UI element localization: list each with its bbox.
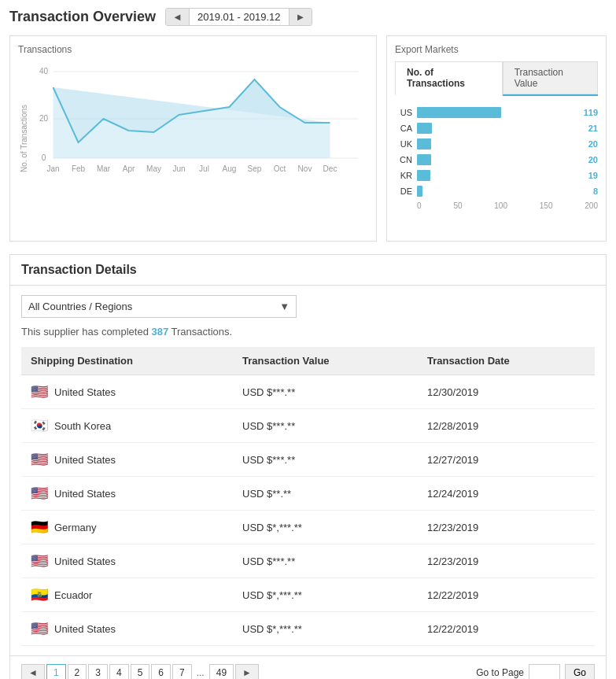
export-bar-chart: US 119 CA 21 UK 20 CN 20 KR — [395, 104, 598, 213]
axis-label: 100 — [494, 201, 507, 210]
transaction-details-section: Transaction Details All Countries / Regi… — [9, 254, 607, 679]
cell-country-4: 🇩🇪 Germany — [21, 511, 233, 544]
page-btn-last[interactable]: 49 — [209, 664, 234, 679]
pagination: ◄ 1 2 3 4 5 6 7 ... 49 ► Go to Page Go — [10, 655, 606, 679]
bar-fill-KR — [417, 170, 430, 181]
col-transaction-value: Transaction Value — [233, 347, 418, 375]
bar-container-DE — [417, 186, 590, 197]
transactions-svg: 40 20 0 No. of Transactions Jan — [18, 60, 368, 233]
cell-date-7: 12/22/2019 — [418, 612, 595, 646]
svg-text:Mar: Mar — [97, 164, 111, 173]
bar-value-KR: 19 — [588, 171, 598, 180]
page-btn-6[interactable]: 6 — [151, 664, 171, 679]
summary-prefix: This supplier has completed — [21, 326, 151, 338]
bar-fill-CA — [417, 123, 432, 134]
country-name-5: United States — [54, 555, 116, 567]
flag-icon-4: 🇩🇪 — [31, 518, 48, 536]
bar-row-CA: CA 21 — [395, 123, 598, 134]
table-body: 🇺🇸 United States USD $***.** 12/30/2019 … — [21, 375, 595, 646]
axis-label: 150 — [540, 201, 553, 210]
bar-container-KR — [417, 170, 585, 181]
table-row: 🇺🇸 United States USD $***.** 12/27/2019 — [21, 443, 595, 477]
ellipsis: ... — [194, 665, 208, 679]
summary-text: This supplier has completed 387 Transact… — [21, 326, 595, 338]
table-row: 🇺🇸 United States USD $**.** 12/24/2019 — [21, 477, 595, 511]
bar-label-KR: KR — [395, 171, 412, 180]
bar-container-US — [417, 107, 581, 118]
country-cell-1: 🇰🇷 South Korea — [31, 417, 223, 434]
flag-icon-3: 🇺🇸 — [31, 485, 48, 502]
bar-axis: 050100150200 — [395, 201, 598, 210]
svg-text:Feb: Feb — [72, 164, 86, 173]
details-body: All Countries / Regions ▼ This supplier … — [10, 286, 606, 655]
country-name-1: South Korea — [54, 420, 111, 432]
country-cell-0: 🇺🇸 United States — [31, 383, 223, 400]
bar-value-DE: 8 — [593, 186, 598, 196]
cell-date-5: 12/23/2019 — [418, 544, 595, 578]
table-row: 🇺🇸 United States USD $***.** 12/23/2019 — [21, 544, 595, 578]
bar-fill-US — [417, 107, 501, 118]
bar-value-US: 119 — [584, 108, 598, 117]
tab-no-of-transactions[interactable]: No. of Transactions — [395, 61, 503, 96]
export-markets-panel: Export Markets No. of Transactions Trans… — [386, 35, 607, 242]
cell-value-2: USD $***.** — [233, 443, 418, 477]
cell-country-6: 🇪🇨 Ecuador — [21, 578, 233, 612]
country-cell-6: 🇪🇨 Ecuador — [31, 586, 223, 603]
cell-date-0: 12/30/2019 — [418, 375, 595, 409]
country-cell-3: 🇺🇸 United States — [31, 485, 223, 502]
page-btn-1[interactable]: 1 — [46, 664, 66, 679]
svg-text:20: 20 — [39, 114, 49, 123]
bar-container-CN — [417, 154, 585, 165]
table-row: 🇩🇪 Germany USD $*,***.** 12/23/2019 — [21, 511, 595, 544]
page-btn-3[interactable]: 3 — [88, 664, 108, 679]
bar-label-DE: DE — [395, 186, 412, 196]
svg-text:Dec: Dec — [323, 164, 338, 173]
goto-input[interactable] — [529, 664, 560, 679]
date-range-label: 2019.01 - 2019.12 — [189, 9, 290, 25]
flag-icon-2: 🇺🇸 — [31, 451, 48, 468]
export-markets-title: Export Markets — [395, 44, 598, 55]
svg-text:Jan: Jan — [46, 164, 59, 173]
page-btn-7[interactable]: 7 — [172, 664, 192, 679]
prev-date-btn[interactable]: ◄ — [166, 9, 189, 25]
transactions-chart-label: Transactions — [18, 44, 368, 55]
cell-value-0: USD $***.** — [233, 375, 418, 409]
cell-value-6: USD $*,***.** — [233, 578, 418, 612]
details-header: Transaction Details — [10, 255, 606, 286]
bar-value-UK: 20 — [588, 139, 598, 149]
axis-label: 50 — [453, 201, 462, 210]
svg-text:Jul: Jul — [199, 164, 209, 173]
cell-country-1: 🇰🇷 South Korea — [21, 409, 233, 443]
prev-page-btn[interactable]: ◄ — [21, 664, 45, 679]
country-name-2: United States — [54, 454, 116, 466]
export-tabs: No. of Transactions Transaction Value — [395, 61, 598, 96]
next-page-btn[interactable]: ► — [235, 664, 259, 679]
bar-row-DE: DE 8 — [395, 186, 598, 197]
bar-label-US: US — [395, 108, 412, 117]
cell-value-7: USD $*,***.** — [233, 612, 418, 646]
svg-text:Apr: Apr — [123, 164, 135, 173]
bar-label-CA: CA — [395, 124, 412, 133]
bar-fill-DE — [417, 186, 422, 197]
page-btn-2[interactable]: 2 — [68, 664, 87, 679]
goto-button[interactable]: Go — [565, 664, 595, 679]
axis-label: 200 — [585, 201, 598, 210]
bar-fill-CN — [417, 154, 431, 165]
cell-date-2: 12/27/2019 — [418, 443, 595, 477]
country-filter-label: All Countries / Regions — [28, 301, 279, 312]
country-filter[interactable]: All Countries / Regions ▼ — [21, 295, 297, 318]
page-btn-5[interactable]: 5 — [131, 664, 150, 679]
details-title: Transaction Details — [21, 263, 595, 277]
page-btn-4[interactable]: 4 — [109, 664, 129, 679]
country-cell-4: 🇩🇪 Germany — [31, 518, 223, 536]
tab-transaction-value[interactable]: Transaction Value — [503, 61, 598, 94]
cell-country-5: 🇺🇸 United States — [21, 544, 233, 578]
filter-row: All Countries / Regions ▼ — [21, 295, 595, 318]
date-navigator: ◄ 2019.01 - 2019.12 ► — [165, 8, 312, 26]
transactions-chart-panel: Transactions 40 20 0 No. of Transactions — [9, 35, 377, 242]
col-transaction-date: Transaction Date — [418, 347, 595, 375]
country-cell-7: 🇺🇸 United States — [31, 620, 223, 637]
next-date-btn[interactable]: ► — [290, 9, 312, 25]
flag-icon-0: 🇺🇸 — [31, 383, 48, 400]
country-name-0: United States — [54, 386, 116, 398]
